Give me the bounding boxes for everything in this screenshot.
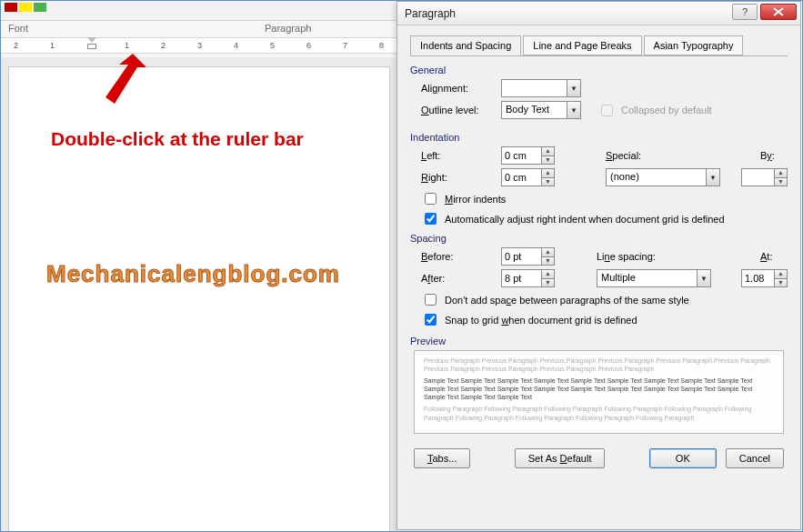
chevron-down-icon: ▼ xyxy=(567,79,581,97)
tab-line-page-breaks[interactable]: Line and Page Breaks xyxy=(523,35,641,55)
tab-asian-typography[interactable]: Asian Typography xyxy=(644,35,744,55)
dialog-titlebar[interactable]: Paragraph ? xyxy=(397,2,800,25)
section-general: General xyxy=(410,65,788,75)
annotation-arrow-icon xyxy=(101,54,146,104)
after-spinner[interactable]: ▲▼ xyxy=(501,269,555,287)
dialog-tabs: Indents and Spacing Line and Page Breaks… xyxy=(410,35,788,56)
by-label: By: xyxy=(760,150,788,161)
at-spinner[interactable]: ▲▼ xyxy=(741,269,788,287)
indent-left-input[interactable] xyxy=(501,146,541,165)
mirror-indents-label: Mirror indents xyxy=(445,194,506,205)
alignment-label: Alignment: xyxy=(421,83,494,94)
at-input[interactable] xyxy=(741,269,774,287)
before-spinner[interactable]: ▲▼ xyxy=(501,247,555,266)
ribbon-group-paragraph: Paragraph xyxy=(265,23,311,34)
ribbon-strip xyxy=(1,1,396,21)
tabs-button[interactable]: Tabs... xyxy=(414,448,470,468)
ok-button[interactable]: OK xyxy=(649,448,717,468)
chevron-down-icon: ▼ xyxy=(706,168,720,186)
svg-marker-0 xyxy=(105,54,146,104)
section-spacing: Spacing xyxy=(410,233,788,244)
indent-right-label: Right: xyxy=(421,172,494,183)
watermark-text: Mechanicalengblog.com xyxy=(46,260,340,288)
indent-left-spinner[interactable]: ▲▼ xyxy=(501,146,555,165)
indent-right-spinner[interactable]: ▲▼ xyxy=(501,168,555,186)
section-indentation: Indentation xyxy=(410,132,788,143)
alignment-combo[interactable]: Left ▼ xyxy=(501,79,581,97)
outline-level-combo[interactable]: Body Text ▼ xyxy=(501,101,581,119)
after-label: After: xyxy=(421,273,494,284)
special-label: Special: xyxy=(606,150,660,161)
indent-right-input[interactable] xyxy=(501,168,541,186)
collapsed-label: Collapsed by default xyxy=(621,105,712,115)
snap-to-grid-checkbox[interactable] xyxy=(425,314,437,326)
dont-add-space-checkbox[interactable] xyxy=(425,294,437,306)
ribbon-group-font: Font xyxy=(8,23,28,34)
close-icon xyxy=(773,7,784,16)
font-color-swatches[interactable] xyxy=(5,3,46,12)
dont-add-space-label: Don't add space between paragraphs of th… xyxy=(445,295,689,306)
mirror-indents-checkbox[interactable] xyxy=(425,193,437,205)
auto-adjust-label: Automatically adjust right indent when d… xyxy=(445,214,725,225)
section-preview: Preview xyxy=(410,336,788,346)
dialog-title: Paragraph xyxy=(405,7,456,20)
snap-to-grid-label: Snap to grid when document grid is defin… xyxy=(445,315,637,326)
paragraph-dialog: Paragraph ? Indents and Spacing Line and… xyxy=(396,1,801,530)
preview-box: Previous Paragraph Previous Paragraph Pr… xyxy=(414,350,784,434)
collapsed-checkbox xyxy=(601,105,613,116)
by-input[interactable] xyxy=(741,168,774,186)
set-as-default-button[interactable]: Set As Default xyxy=(515,448,606,468)
line-spacing-combo[interactable]: Multiple ▼ xyxy=(597,269,711,287)
indent-marker[interactable] xyxy=(87,37,96,49)
outline-level-label: Outline level: xyxy=(421,105,494,115)
before-input[interactable] xyxy=(501,247,541,266)
cancel-button[interactable]: Cancel xyxy=(726,448,784,468)
tab-indents-spacing[interactable]: Indents and Spacing xyxy=(410,35,521,55)
word-app-background: Font Paragraph 2 1 1 2 3 4 5 6 7 8 Doubl… xyxy=(1,1,396,532)
at-label: At: xyxy=(760,251,788,262)
before-label: Before: xyxy=(421,251,494,262)
by-spinner[interactable]: ▲▼ xyxy=(741,168,788,186)
auto-adjust-checkbox[interactable] xyxy=(425,213,437,225)
chevron-down-icon: ▼ xyxy=(567,101,581,119)
special-combo[interactable]: (none) ▼ xyxy=(606,168,720,186)
chevron-down-icon: ▼ xyxy=(697,269,711,287)
line-spacing-label: Line spacing: xyxy=(597,251,669,262)
indent-left-label: Left: xyxy=(421,150,494,161)
after-input[interactable] xyxy=(501,269,541,287)
horizontal-ruler[interactable]: 2 1 1 2 3 4 5 6 7 8 xyxy=(1,37,396,54)
help-button[interactable]: ? xyxy=(732,4,758,20)
annotation-text: Double-click at the ruler bar xyxy=(51,128,304,150)
close-button[interactable] xyxy=(760,4,797,20)
